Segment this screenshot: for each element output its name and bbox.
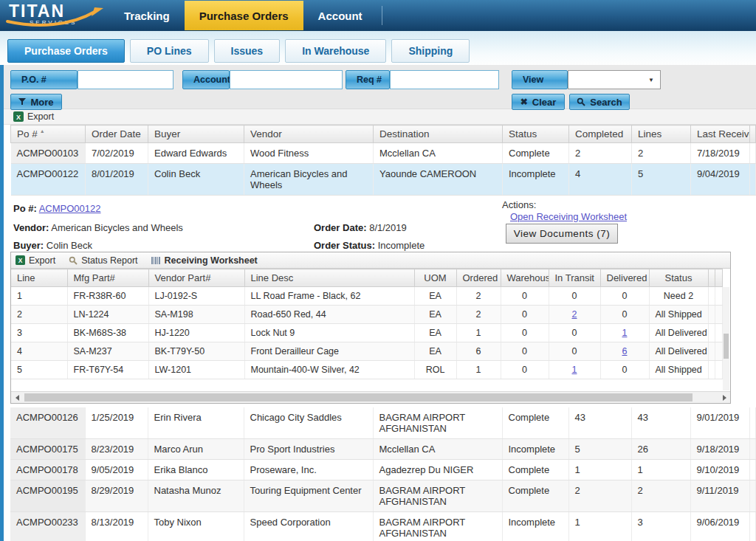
filler-cell: [750, 143, 756, 164]
lines-column-header-vendor-part[interactable]: Vendor Part#: [148, 269, 244, 287]
po-row[interactable]: ACMPO001037/02/2019Edward EdwardsWood Fi…: [11, 143, 756, 164]
clear-button-label: Clear: [532, 97, 557, 108]
horizontal-scrollbar[interactable]: [11, 391, 730, 403]
po-row[interactable]: ACMPO001789/05/2019Erika BlancoProseware…: [10, 460, 756, 480]
sub-tab-purchase-orders[interactable]: Purchase Orders: [7, 39, 125, 63]
vertical-scrollbar[interactable]: [723, 287, 729, 390]
view-documents-button[interactable]: View Documents (7): [506, 224, 618, 244]
grid-toolbar: X Export: [4, 109, 756, 125]
last-receive-cell: 9/06/2019: [690, 512, 749, 541]
filler-cell: [715, 287, 723, 306]
sub-tab-shipping[interactable]: Shipping: [391, 39, 470, 63]
horizontal-scrollbar-thumb[interactable]: [24, 393, 693, 402]
lines-column-header-est-d[interactable]: Est D: [708, 269, 715, 287]
po-line-row[interactable]: 1FR-R38R-60LJ-0192-SLL Road Frame - Blac…: [11, 287, 723, 306]
account-input[interactable]: [230, 70, 343, 89]
magnifier-icon: [69, 256, 78, 265]
filler-header: [715, 269, 723, 287]
receiving-worksheet-button[interactable]: Receiving Worksheet: [151, 255, 258, 266]
po-line-row[interactable]: 4SA-M237BK-T79Y-50Front Derailleur CageE…: [11, 342, 723, 361]
po-row[interactable]: ACMPO001758/23/2019Marco ArunPro Sport I…: [10, 439, 756, 460]
open-receiving-worksheet-link[interactable]: Open Receiving Worksheet: [510, 211, 627, 222]
titan-logo: TITAN SERVICES: [0, 0, 109, 31]
po-row[interactable]: ACMPO001228/01/2019Colin BeckAmerican Bi…: [11, 164, 756, 196]
sub-tab-issues[interactable]: Issues: [214, 39, 281, 63]
po-line-row[interactable]: 2LN-1224SA-M198Road-650 Red, 44EA2020All…: [11, 306, 723, 324]
po-number-input[interactable]: [78, 70, 173, 89]
lines-column-header-status[interactable]: Status: [649, 269, 708, 287]
export-button[interactable]: X Export: [13, 111, 54, 122]
clear-button[interactable]: ✖ Clear: [512, 94, 565, 110]
column-header-lines[interactable]: Lines: [632, 125, 691, 143]
lines-column-header-ordered[interactable]: Ordered: [456, 269, 501, 287]
column-header-vendor[interactable]: Vendor: [244, 125, 374, 143]
quantity-link[interactable]: 1: [622, 328, 628, 338]
scroll-right-arrow[interactable]: [718, 392, 730, 403]
po-number-cell: ACMPO00122: [11, 164, 86, 196]
last-receive-cell: 9/04/2019: [691, 164, 750, 196]
nav-tab-purchase-orders[interactable]: Purchase Orders: [185, 1, 303, 30]
lines-column-header-line-desc[interactable]: Line Desc: [244, 269, 414, 287]
destination-cell: Agadezrep Du NIGER: [373, 460, 502, 480]
svg-text:X: X: [18, 257, 23, 264]
quantity-link[interactable]: 6: [622, 346, 628, 356]
lines-column-header-line[interactable]: Line: [11, 269, 67, 287]
detail-buyer-value: Colin Beck: [47, 240, 92, 251]
vendor-part-cell: LJ-0192-S: [148, 287, 244, 306]
vendor-cell: American Bicycles and Wheels: [244, 164, 374, 196]
sub-tab-in-warehouse[interactable]: In Warehouse: [285, 39, 386, 63]
lines-export-button[interactable]: X Export: [16, 255, 55, 266]
po-detail-section: Po #: ACMPO00122 Vendor: American Bicycl…: [4, 196, 756, 252]
excel-icon: X: [13, 111, 24, 122]
column-header-last-receive[interactable]: Last Receive: [691, 125, 750, 143]
po-number-cell: ACMPO00233: [10, 512, 85, 541]
column-header-po[interactable]: Po #▲: [11, 125, 86, 143]
destination-cell: BAGRAM AIRPORT AFGHANISTAN: [373, 480, 502, 512]
sub-tab-po-lines[interactable]: PO Lines: [130, 39, 209, 63]
order-date-cell: 1/25/2019: [85, 407, 148, 439]
filler-cell: [749, 407, 756, 439]
delivered-cell: 0: [600, 306, 649, 324]
order-date-cell: 8/13/2019: [85, 512, 148, 541]
destination-cell: BAGRAM AIRPORT AFGHANISTAN: [373, 407, 502, 439]
filler-cell: [749, 439, 756, 460]
req-number-input[interactable]: [390, 70, 499, 89]
scroll-left-arrow[interactable]: [11, 392, 23, 403]
status-cell: Complete: [502, 407, 568, 439]
more-filters-button[interactable]: More: [10, 94, 62, 110]
column-header-status[interactable]: Status: [503, 125, 569, 143]
lines-column-header-mfg-part[interactable]: Mfg Part#: [67, 269, 148, 287]
actions-heading: Actions:: [502, 199, 536, 210]
po-row[interactable]: ACMPO001958/29/2019Natasha MunozTouring …: [10, 480, 756, 512]
lines-column-header-delivered[interactable]: Delivered: [600, 269, 649, 287]
po-row[interactable]: ACMPO001261/25/2019Erin RiveraChicago Ci…: [10, 407, 756, 439]
vertical-scrollbar-thumb[interactable]: [724, 334, 729, 359]
po-line-row[interactable]: 5FR-T67Y-54LW-1201Mountain-400-W Silver,…: [11, 361, 723, 379]
quantity-link[interactable]: 1: [572, 365, 577, 375]
po-row[interactable]: ACMPO002338/13/2019Toby NixonSpeed Corpo…: [10, 512, 756, 541]
search-icon: [577, 97, 585, 106]
view-select[interactable]: ▼: [568, 70, 661, 89]
vendor-part-cell: LW-1201: [148, 361, 244, 379]
status-report-button[interactable]: Status Report: [69, 255, 137, 266]
buyer-cell: Erin Rivera: [148, 407, 244, 439]
nav-tab-tracking[interactable]: Tracking: [109, 0, 185, 31]
detail-po-link[interactable]: ACMPO00122: [39, 203, 101, 214]
lines-column-header-warehouse[interactable]: Warehouse: [501, 269, 549, 287]
po-line-row[interactable]: 3BK-M68S-38HJ-1220Lock Nut 9EA1001All De…: [11, 324, 723, 342]
column-header-destination[interactable]: Destination: [374, 125, 503, 143]
vendor-cell: Touring Equipment Center: [244, 480, 373, 512]
detail-order-date-label: Order Date:: [314, 222, 367, 233]
search-button[interactable]: Search: [569, 94, 630, 110]
status-cell: Incomplete: [502, 439, 568, 460]
lines-column-header-in-transit[interactable]: In Transit: [549, 269, 600, 287]
vendor-part-cell: HJ-1220: [148, 324, 244, 342]
vendor-part-cell: SA-M198: [148, 306, 244, 324]
quantity-link[interactable]: 2: [572, 309, 577, 320]
ordered-cell: 1: [456, 361, 501, 379]
nav-tab-account[interactable]: Account: [303, 0, 377, 31]
column-header-completed[interactable]: Completed: [569, 125, 632, 143]
lines-column-header-uom[interactable]: UOM: [414, 269, 456, 287]
column-header-buyer[interactable]: Buyer: [148, 125, 244, 143]
column-header-order-date[interactable]: Order Date: [86, 125, 148, 143]
